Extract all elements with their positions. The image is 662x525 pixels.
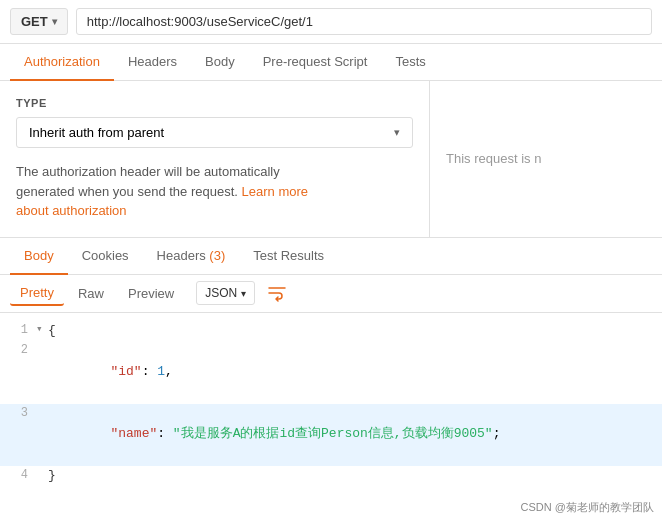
- auth-right: This request is n: [430, 81, 662, 237]
- wrap-icon[interactable]: [267, 284, 287, 302]
- json-content-4: }: [48, 466, 654, 487]
- headers-badge: (3): [209, 248, 225, 263]
- format-selector[interactable]: JSON ▾: [196, 281, 255, 305]
- pretty-button[interactable]: Pretty: [10, 281, 64, 306]
- json-content-3: "name": "我是服务A的根据id查询Person信息,负载均衡9005";: [48, 404, 654, 466]
- format-label: JSON: [205, 286, 237, 300]
- auth-right-text: This request is n: [446, 151, 541, 166]
- auth-panel: TYPE Inherit auth from parent ▾ The auth…: [0, 81, 662, 238]
- url-input[interactable]: [76, 8, 652, 35]
- type-label: TYPE: [16, 97, 413, 109]
- format-chevron: ▾: [241, 288, 246, 299]
- auth-desc-1: The authorization header will be automat…: [16, 164, 280, 179]
- json-line-4: 4 }: [0, 466, 662, 487]
- type-value: Inherit auth from parent: [29, 125, 164, 140]
- tab-authorization[interactable]: Authorization: [10, 44, 114, 81]
- response-tabs: Body Cookies Headers (3) Test Results: [0, 238, 662, 275]
- about-authorization-link[interactable]: about authorization: [16, 203, 127, 218]
- response-tab-cookies[interactable]: Cookies: [68, 238, 143, 275]
- json-line-1: 1 ▾ {: [0, 321, 662, 342]
- request-tabs: Authorization Headers Body Pre-request S…: [0, 44, 662, 81]
- tab-body[interactable]: Body: [191, 44, 249, 81]
- tab-headers[interactable]: Headers: [114, 44, 191, 81]
- method-selector[interactable]: GET ▾: [10, 8, 68, 35]
- line-num-2: 2: [8, 341, 36, 360]
- line-num-3: 3: [8, 404, 36, 423]
- type-chevron: ▾: [394, 126, 400, 139]
- watermark: CSDN @菊老师的教学团队: [513, 498, 662, 517]
- method-label: GET: [21, 14, 48, 29]
- json-line-3: 3 "name": "我是服务A的根据id查询Person信息,负载均衡9005…: [0, 404, 662, 466]
- fold-icon-2: [36, 341, 48, 359]
- fold-icon-4: [36, 466, 48, 484]
- url-bar: GET ▾: [0, 0, 662, 44]
- fold-icon-1[interactable]: ▾: [36, 321, 48, 339]
- json-content-1: {: [48, 321, 654, 342]
- tab-prerequest[interactable]: Pre-request Script: [249, 44, 382, 81]
- watermark-text: CSDN @菊老师的教学团队: [521, 501, 654, 513]
- raw-button[interactable]: Raw: [68, 282, 114, 305]
- auth-left: TYPE Inherit auth from parent ▾ The auth…: [0, 81, 430, 237]
- response-tab-testresults[interactable]: Test Results: [239, 238, 338, 275]
- response-tab-headers[interactable]: Headers (3): [143, 238, 240, 275]
- preview-button[interactable]: Preview: [118, 282, 184, 305]
- json-content-2: "id": 1,: [48, 341, 654, 403]
- json-line-2: 2 "id": 1,: [0, 341, 662, 403]
- response-tab-body[interactable]: Body: [10, 238, 68, 275]
- line-num-1: 1: [8, 321, 36, 340]
- type-dropdown[interactable]: Inherit auth from parent ▾: [16, 117, 413, 148]
- learn-more-link[interactable]: Learn more: [242, 184, 308, 199]
- body-toolbar: Pretty Raw Preview JSON ▾: [0, 275, 662, 313]
- method-chevron: ▾: [52, 16, 57, 27]
- auth-desc-2: generated when you send the request.: [16, 184, 238, 199]
- json-output: 1 ▾ { 2 "id": 1, 3 "name": "我是服务A的根据id查询…: [0, 313, 662, 495]
- auth-description: The authorization header will be automat…: [16, 162, 413, 221]
- tab-tests[interactable]: Tests: [381, 44, 439, 81]
- fold-icon-3: [36, 404, 48, 422]
- line-num-4: 4: [8, 466, 36, 485]
